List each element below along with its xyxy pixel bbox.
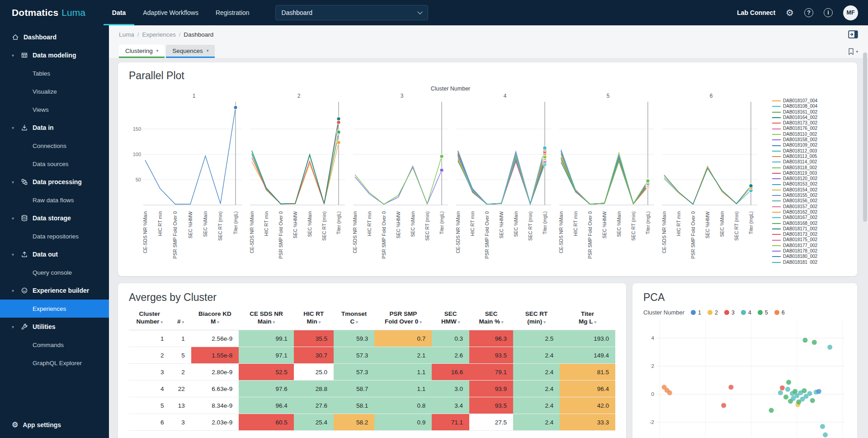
table-cell: 4 xyxy=(129,381,170,397)
tab-sequences[interactable]: Sequences▾ xyxy=(166,45,215,58)
parallel-subplot-4: 4CE-SDS NR %MainHIC RT minPSR SMP Fold O… xyxy=(453,93,557,264)
legend-item[interactable]: DAB018110_002 xyxy=(772,132,848,137)
svg-text:-2: -2 xyxy=(650,419,654,425)
legend-item[interactable]: DAB018108_004 xyxy=(772,104,848,109)
column-header-cluster-number[interactable]: ClusterNumber▾ xyxy=(129,309,170,330)
sidebar-item-experiences[interactable]: Experiences xyxy=(0,300,109,318)
legend-item[interactable]: DAB018180_002 xyxy=(772,254,848,259)
legend-item[interactable]: DAB018157_002 xyxy=(772,204,848,209)
bookmark-button[interactable]: ▾ xyxy=(848,48,858,58)
legend-item[interactable]: DAB018167_002 xyxy=(772,215,848,220)
legend-item[interactable]: DAB018120_002 xyxy=(772,176,848,181)
legend-swatch-icon xyxy=(772,100,781,101)
collapse-panel-icon[interactable] xyxy=(848,30,858,38)
legend-item[interactable]: DAB018177_002 xyxy=(772,243,848,248)
nav-item-adaptive-workflows[interactable]: Adaptive Workflows xyxy=(134,0,207,25)
parallel-subplot-svg: CE-SDS NR %MainHIC RT minPSR SMP Fold Ov… xyxy=(453,100,557,264)
app-logo[interactable]: Dotmatics Luma xyxy=(0,7,85,18)
sidebar-item-data-processing[interactable]: ▾Data processing xyxy=(0,173,109,191)
legend-item[interactable]: DAB018158_002 xyxy=(772,137,848,143)
legend-swatch-icon xyxy=(772,139,781,140)
pca-legend-item[interactable]: 1 xyxy=(691,309,701,316)
column-header-titer-mg-l[interactable]: TiterMg L▾ xyxy=(560,309,615,330)
sidebar-item-query-console[interactable]: Query console xyxy=(0,263,109,281)
legend-item[interactable]: DAB018168_002 xyxy=(772,221,848,226)
legend-item[interactable]: DAB018112_003 xyxy=(772,148,848,154)
pca-legend-item[interactable]: 2 xyxy=(708,309,718,316)
column-header-sec-rt-min[interactable]: SEC RT(min)▾ xyxy=(513,309,560,330)
sidebar-item-connections[interactable]: Connections xyxy=(0,137,109,155)
legend-item[interactable]: DAB018118_002 xyxy=(772,165,848,171)
column-header-biacore-kd-m[interactable]: Biacore KDM▾ xyxy=(191,309,239,330)
legend-swatch-icon xyxy=(772,245,781,246)
legend-item[interactable]: DAB018162_002 xyxy=(772,209,848,215)
sidebar-item-views[interactable]: Views xyxy=(0,100,109,119)
breadcrumb-item-luma[interactable]: Luma xyxy=(119,31,134,38)
dashboard-select[interactable]: Dashboard xyxy=(275,5,428,20)
column-header-psr-smp-fold-over-0[interactable]: PSR SMPFold Over 0▾ xyxy=(374,309,432,330)
sidebar-item-experience-builder[interactable]: ▾Experience builder xyxy=(0,281,109,300)
legend-item[interactable]: DAB018161_002 xyxy=(772,110,848,115)
sidebar-item-data-repositories[interactable]: Data repositories xyxy=(0,227,109,245)
legend-item[interactable]: DAB018181_002 xyxy=(772,260,848,264)
pca-legend-item[interactable]: 3 xyxy=(724,309,735,316)
legend-item[interactable]: DAB018114_002 xyxy=(772,159,848,165)
column-header-sec-hmw[interactable]: SECHMW▾ xyxy=(432,309,469,330)
legend-item[interactable]: DAB018173_002 xyxy=(772,232,848,237)
column-header-sec-main[interactable]: SECMain %▾ xyxy=(469,309,513,330)
pca-legend-item[interactable]: 4 xyxy=(741,309,751,316)
sidebar-item-raw-data-flows[interactable]: Raw data flows xyxy=(0,191,109,209)
sidebar-item-tables[interactable]: Tables xyxy=(0,64,109,82)
column-header-hic-rt-min[interactable]: HIC RTMin▾ xyxy=(294,309,334,330)
column-header-[interactable]: #▾ xyxy=(170,309,191,330)
legend-item[interactable]: DAB018164_002 xyxy=(772,115,848,120)
legend-item[interactable]: DAB018107_004 xyxy=(772,98,848,104)
sidebar-item-app-settings[interactable]: ⚙ App settings xyxy=(0,412,109,438)
pca-legend-item[interactable]: 6 xyxy=(774,309,785,316)
scrollbar[interactable] xyxy=(863,52,867,222)
parallel-plot-title: Parallel Plot xyxy=(129,70,848,82)
legend-item[interactable]: DAB018173_002 xyxy=(772,120,848,126)
legend-item[interactable]: DAB018175_002 xyxy=(772,237,848,243)
sidebar-item-data-storage[interactable]: ▾Data storage xyxy=(0,209,109,227)
legend-item[interactable]: DAB018178_002 xyxy=(772,248,848,254)
pca-legend-title: Cluster Number xyxy=(643,309,684,316)
sidebar-item-utilities[interactable]: ▾Utilities xyxy=(0,318,109,336)
svg-text:SEC %Main: SEC %Main xyxy=(719,211,725,237)
help-button[interactable]: ? xyxy=(804,8,813,17)
svg-text:SEC RT (min): SEC RT (min) xyxy=(321,211,327,241)
legend-swatch-icon xyxy=(772,234,781,235)
legend-item[interactable]: DAB018113_005 xyxy=(772,154,848,159)
settings-gear-icon[interactable]: ⚙ xyxy=(786,8,794,17)
sidebar-item-visualize[interactable]: Visualize xyxy=(0,82,109,100)
sidebar-item-dashboard[interactable]: Dashboard xyxy=(0,28,109,46)
sidebar-item-data-sources[interactable]: Data sources xyxy=(0,155,109,173)
column-header-ce-sds-nr-main[interactable]: CE SDS NRMain▾ xyxy=(239,309,294,330)
sidebar-item-graphql-explorer[interactable]: GraphQL Explorer xyxy=(0,354,109,372)
pca-legend-item[interactable]: 5 xyxy=(758,309,768,316)
sidebar-item-data-modeling[interactable]: ▾Data modeling xyxy=(0,46,109,64)
legend-item[interactable]: DAB018171_002 xyxy=(772,226,848,232)
legend-label: DAB018157_002 xyxy=(783,204,817,209)
column-header-tmonset-c[interactable]: TmonsetC▾ xyxy=(334,309,374,330)
legend-item[interactable]: DAB018155_002 xyxy=(772,193,848,198)
breadcrumb-item-experiences[interactable]: Experiences xyxy=(142,31,175,38)
svg-text:SEC %Main: SEC %Main xyxy=(203,211,208,237)
legend-item[interactable]: DAB018119_003 xyxy=(772,171,848,176)
legend-item[interactable]: DAB018153_002 xyxy=(772,181,848,187)
nav-item-data[interactable]: Data xyxy=(104,0,134,25)
lab-connect-link[interactable]: Lab Connect xyxy=(737,9,775,16)
nav-item-registration[interactable]: Registration xyxy=(207,0,258,25)
table-cell: 33.3 xyxy=(560,414,615,431)
sidebar-item-data-in[interactable]: ▾Data in xyxy=(0,119,109,137)
sidebar-item-commands[interactable]: Commands xyxy=(0,336,109,354)
legend-item[interactable]: DAB018154_002 xyxy=(772,187,848,193)
sidebar-item-data-out[interactable]: ▾Data out xyxy=(0,245,109,263)
info-button[interactable]: i xyxy=(824,8,833,17)
user-avatar[interactable]: MF xyxy=(843,5,858,20)
sidebar: Dashboard▾Data modelingTablesVisualizeVi… xyxy=(0,25,109,438)
legend-item[interactable]: DAB018109_002 xyxy=(772,143,848,148)
legend-item[interactable]: DAB018156_002 xyxy=(772,198,848,204)
legend-item[interactable]: DAB018176_002 xyxy=(772,126,848,131)
tab-clustering[interactable]: Clustering▾ xyxy=(119,45,165,58)
